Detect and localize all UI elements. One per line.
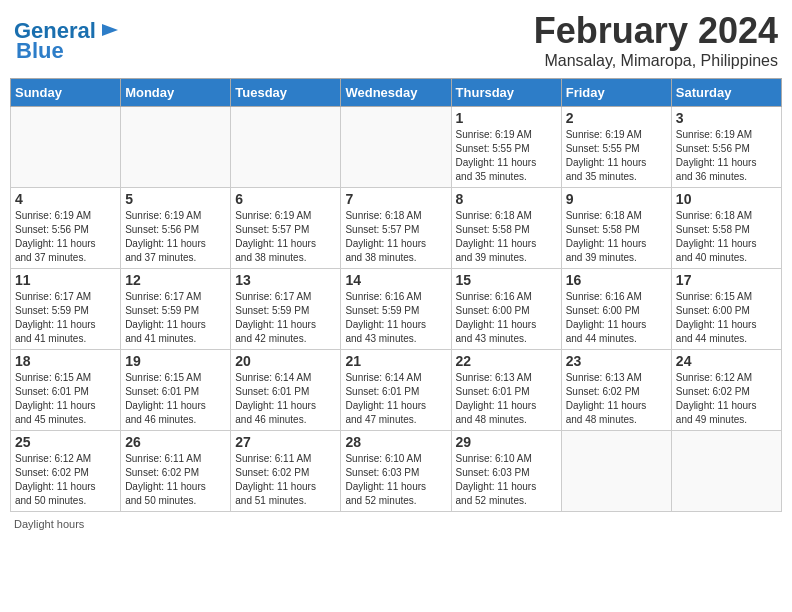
- calendar-week-1: 4Sunrise: 6:19 AM Sunset: 5:56 PM Daylig…: [11, 188, 782, 269]
- day-number: 19: [125, 353, 226, 369]
- calendar-cell: [121, 107, 231, 188]
- day-info: Sunrise: 6:10 AM Sunset: 6:03 PM Dayligh…: [345, 452, 446, 508]
- calendar-cell: 18Sunrise: 6:15 AM Sunset: 6:01 PM Dayli…: [11, 350, 121, 431]
- calendar-cell: 9Sunrise: 6:18 AM Sunset: 5:58 PM Daylig…: [561, 188, 671, 269]
- calendar-cell: 7Sunrise: 6:18 AM Sunset: 5:57 PM Daylig…: [341, 188, 451, 269]
- logo-arrow-icon: [100, 20, 120, 44]
- footer-note: Daylight hours: [10, 518, 782, 530]
- day-info: Sunrise: 6:10 AM Sunset: 6:03 PM Dayligh…: [456, 452, 557, 508]
- day-info: Sunrise: 6:18 AM Sunset: 5:58 PM Dayligh…: [676, 209, 777, 265]
- day-info: Sunrise: 6:18 AM Sunset: 5:58 PM Dayligh…: [456, 209, 557, 265]
- header-area: General Blue February 2024 Mansalay, Mim…: [10, 10, 782, 70]
- day-number: 15: [456, 272, 557, 288]
- day-number: 26: [125, 434, 226, 450]
- calendar-cell: 23Sunrise: 6:13 AM Sunset: 6:02 PM Dayli…: [561, 350, 671, 431]
- logo: General Blue: [14, 18, 120, 62]
- day-number: 18: [15, 353, 116, 369]
- calendar-cell: 12Sunrise: 6:17 AM Sunset: 5:59 PM Dayli…: [121, 269, 231, 350]
- calendar-cell: 2Sunrise: 6:19 AM Sunset: 5:55 PM Daylig…: [561, 107, 671, 188]
- day-number: 6: [235, 191, 336, 207]
- day-info: Sunrise: 6:19 AM Sunset: 5:55 PM Dayligh…: [566, 128, 667, 184]
- calendar-cell: 19Sunrise: 6:15 AM Sunset: 6:01 PM Dayli…: [121, 350, 231, 431]
- calendar-week-4: 25Sunrise: 6:12 AM Sunset: 6:02 PM Dayli…: [11, 431, 782, 512]
- calendar-cell: 15Sunrise: 6:16 AM Sunset: 6:00 PM Dayli…: [451, 269, 561, 350]
- day-number: 16: [566, 272, 667, 288]
- calendar-cell: 16Sunrise: 6:16 AM Sunset: 6:00 PM Dayli…: [561, 269, 671, 350]
- day-number: 9: [566, 191, 667, 207]
- calendar-cell: 13Sunrise: 6:17 AM Sunset: 5:59 PM Dayli…: [231, 269, 341, 350]
- calendar-cell: 5Sunrise: 6:19 AM Sunset: 5:56 PM Daylig…: [121, 188, 231, 269]
- day-info: Sunrise: 6:12 AM Sunset: 6:02 PM Dayligh…: [15, 452, 116, 508]
- calendar-cell: 24Sunrise: 6:12 AM Sunset: 6:02 PM Dayli…: [671, 350, 781, 431]
- day-info: Sunrise: 6:13 AM Sunset: 6:01 PM Dayligh…: [456, 371, 557, 427]
- weekday-header-monday: Monday: [121, 79, 231, 107]
- calendar-table: SundayMondayTuesdayWednesdayThursdayFrid…: [10, 78, 782, 512]
- day-number: 17: [676, 272, 777, 288]
- day-info: Sunrise: 6:16 AM Sunset: 6:00 PM Dayligh…: [456, 290, 557, 346]
- calendar-cell: 22Sunrise: 6:13 AM Sunset: 6:01 PM Dayli…: [451, 350, 561, 431]
- day-number: 3: [676, 110, 777, 126]
- weekday-header-thursday: Thursday: [451, 79, 561, 107]
- svg-marker-0: [102, 24, 118, 36]
- day-info: Sunrise: 6:11 AM Sunset: 6:02 PM Dayligh…: [125, 452, 226, 508]
- day-number: 20: [235, 353, 336, 369]
- calendar-cell: [671, 431, 781, 512]
- calendar-cell: [231, 107, 341, 188]
- day-number: 5: [125, 191, 226, 207]
- day-info: Sunrise: 6:18 AM Sunset: 5:58 PM Dayligh…: [566, 209, 667, 265]
- day-number: 22: [456, 353, 557, 369]
- day-info: Sunrise: 6:17 AM Sunset: 5:59 PM Dayligh…: [125, 290, 226, 346]
- day-number: 13: [235, 272, 336, 288]
- day-number: 25: [15, 434, 116, 450]
- calendar-week-3: 18Sunrise: 6:15 AM Sunset: 6:01 PM Dayli…: [11, 350, 782, 431]
- calendar-week-2: 11Sunrise: 6:17 AM Sunset: 5:59 PM Dayli…: [11, 269, 782, 350]
- day-info: Sunrise: 6:15 AM Sunset: 6:01 PM Dayligh…: [15, 371, 116, 427]
- calendar-cell: [561, 431, 671, 512]
- calendar-cell: 17Sunrise: 6:15 AM Sunset: 6:00 PM Dayli…: [671, 269, 781, 350]
- day-number: 11: [15, 272, 116, 288]
- weekday-header-wednesday: Wednesday: [341, 79, 451, 107]
- day-info: Sunrise: 6:16 AM Sunset: 5:59 PM Dayligh…: [345, 290, 446, 346]
- day-info: Sunrise: 6:14 AM Sunset: 6:01 PM Dayligh…: [345, 371, 446, 427]
- day-number: 12: [125, 272, 226, 288]
- calendar-cell: 3Sunrise: 6:19 AM Sunset: 5:56 PM Daylig…: [671, 107, 781, 188]
- day-number: 2: [566, 110, 667, 126]
- day-info: Sunrise: 6:15 AM Sunset: 6:00 PM Dayligh…: [676, 290, 777, 346]
- day-info: Sunrise: 6:12 AM Sunset: 6:02 PM Dayligh…: [676, 371, 777, 427]
- calendar-cell: 20Sunrise: 6:14 AM Sunset: 6:01 PM Dayli…: [231, 350, 341, 431]
- day-info: Sunrise: 6:17 AM Sunset: 5:59 PM Dayligh…: [15, 290, 116, 346]
- day-info: Sunrise: 6:11 AM Sunset: 6:02 PM Dayligh…: [235, 452, 336, 508]
- month-title: February 2024: [534, 10, 778, 52]
- weekday-header-tuesday: Tuesday: [231, 79, 341, 107]
- day-info: Sunrise: 6:19 AM Sunset: 5:56 PM Dayligh…: [15, 209, 116, 265]
- day-info: Sunrise: 6:19 AM Sunset: 5:56 PM Dayligh…: [125, 209, 226, 265]
- calendar-cell: 29Sunrise: 6:10 AM Sunset: 6:03 PM Dayli…: [451, 431, 561, 512]
- day-number: 7: [345, 191, 446, 207]
- calendar-cell: [341, 107, 451, 188]
- calendar-week-0: 1Sunrise: 6:19 AM Sunset: 5:55 PM Daylig…: [11, 107, 782, 188]
- calendar-cell: 26Sunrise: 6:11 AM Sunset: 6:02 PM Dayli…: [121, 431, 231, 512]
- day-number: 28: [345, 434, 446, 450]
- weekday-header-saturday: Saturday: [671, 79, 781, 107]
- calendar-cell: 28Sunrise: 6:10 AM Sunset: 6:03 PM Dayli…: [341, 431, 451, 512]
- day-number: 1: [456, 110, 557, 126]
- logo-blue: Blue: [16, 38, 64, 63]
- calendar-cell: 8Sunrise: 6:18 AM Sunset: 5:58 PM Daylig…: [451, 188, 561, 269]
- calendar-cell: 1Sunrise: 6:19 AM Sunset: 5:55 PM Daylig…: [451, 107, 561, 188]
- calendar-cell: 10Sunrise: 6:18 AM Sunset: 5:58 PM Dayli…: [671, 188, 781, 269]
- location-title: Mansalay, Mimaropa, Philippines: [534, 52, 778, 70]
- calendar-cell: 14Sunrise: 6:16 AM Sunset: 5:59 PM Dayli…: [341, 269, 451, 350]
- day-number: 23: [566, 353, 667, 369]
- day-info: Sunrise: 6:19 AM Sunset: 5:57 PM Dayligh…: [235, 209, 336, 265]
- day-info: Sunrise: 6:18 AM Sunset: 5:57 PM Dayligh…: [345, 209, 446, 265]
- calendar-cell: 4Sunrise: 6:19 AM Sunset: 5:56 PM Daylig…: [11, 188, 121, 269]
- weekday-header-sunday: Sunday: [11, 79, 121, 107]
- calendar-cell: 6Sunrise: 6:19 AM Sunset: 5:57 PM Daylig…: [231, 188, 341, 269]
- day-number: 29: [456, 434, 557, 450]
- day-number: 24: [676, 353, 777, 369]
- day-number: 4: [15, 191, 116, 207]
- calendar-cell: 21Sunrise: 6:14 AM Sunset: 6:01 PM Dayli…: [341, 350, 451, 431]
- day-number: 27: [235, 434, 336, 450]
- day-info: Sunrise: 6:19 AM Sunset: 5:56 PM Dayligh…: [676, 128, 777, 184]
- day-info: Sunrise: 6:16 AM Sunset: 6:00 PM Dayligh…: [566, 290, 667, 346]
